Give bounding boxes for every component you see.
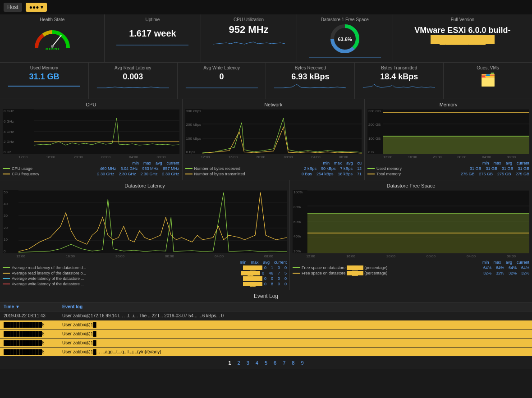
page-4-button[interactable]: 4 (254, 359, 260, 366)
avg-write-latency-title: Avg Write Latency (182, 65, 261, 70)
cpu-util-value: 952 MHz (206, 24, 292, 36)
ds-latency-title: Datastore Latency (3, 183, 287, 188)
memory-legend-row-1: Used memory 31 GB 31 GB 31 GB 31 GB (367, 166, 529, 171)
top-bar: Host ●●● ▾ (0, 0, 532, 14)
charts-row-1: CPU 8 GHz 6 GHz 4 GHz 2 GHz 0 Hz (0, 99, 532, 180)
full-version-card: Full Version VMware ESXi 6.0.0 build-███… (393, 14, 532, 62)
network-x-labels: 12:00 16:00 20:00 00:00 04:00 08:00 (185, 155, 362, 159)
memory-chart-area: 300 GB 200 GB 100 GB 0 B (367, 109, 529, 154)
cpu-usage-color (3, 168, 10, 169)
network-chart-title: Network (185, 102, 362, 107)
memory-x-labels: 12:00 16:00 20:00 00:00 04:00 08:00 (367, 155, 529, 159)
row2-stat-cards: Used Memory 31.1 GB Avg Read Latency 0.0… (0, 63, 532, 99)
ds-latency-svg (3, 190, 287, 253)
row1-stat-cards: Health State green Uptime 1.617 week (0, 14, 532, 63)
ds-freespace-legend-row-2: Free space on datastore ██ (percentage) … (293, 271, 529, 275)
version-redacted: ████████ (431, 35, 495, 44)
ds-latency-y-labels: 50 40 30 20 10 0 (4, 190, 8, 253)
net-recv-label: Number of bytes received (194, 166, 303, 171)
health-state-title: Health State (5, 17, 100, 22)
cpu-util-card: CPU Utilization 952 MHz (201, 14, 297, 62)
health-gauge-svg: green (32, 25, 73, 50)
memory-legend: min max avg current Used memory 31 GB 31… (367, 161, 529, 176)
page-3-button[interactable]: 3 (245, 359, 251, 366)
avg-write-latency-value: 0 (182, 72, 261, 82)
charts-row-2: Datastore Latency 50 40 30 20 10 0 (0, 180, 532, 290)
uptime-sparkline (109, 41, 196, 50)
cpu-freq-stats: 2.30 GHz 2.30 GHz 2.30 GHz 2.30 GHz (97, 172, 179, 176)
network-chart-panel: Network 300 kBps 200 kBps 100 kBps 0 Bps… (183, 99, 365, 180)
memory-legend-row-2: Total memory 275 GB 275 GB 275 GB 275 GB (367, 172, 529, 176)
avg-write-latency-sparkline (182, 83, 261, 89)
page-1-button[interactable]: 1 (226, 359, 233, 366)
memory-chart-title: Memory (367, 102, 529, 107)
ds-latency-legend-row-4: Average write latency of the datastore .… (3, 282, 287, 286)
datastore-sparkline (302, 55, 388, 59)
event-time-3: ████████████8 (0, 329, 59, 339)
event-log-header-row: Time ▼ Event log (0, 302, 532, 311)
cpu-usage-label: CPU usage (12, 166, 98, 171)
host-button[interactable]: Host (4, 3, 22, 12)
cpu-usage-stats: 460 MHz 6.04 GHz 953 MHz 857 MHz (100, 166, 179, 171)
page-7-button[interactable]: 7 (281, 359, 287, 366)
event-text-1: User zabbix@172.16.99.14 l... ...t...i..… (59, 311, 532, 320)
ds-freespace-title: Datastore Free Space (293, 183, 529, 188)
eventlog-column-header: Event log (59, 302, 532, 311)
used-memory-card: Used Memory 31.1 GB (0, 63, 89, 99)
bytes-transmitted-sparkline (359, 83, 439, 89)
avg-write-latency-card: Avg Write Latency 0 (178, 63, 266, 99)
ds-latency-legend: min max avg current Average read latency… (3, 260, 287, 286)
page-2-button[interactable]: 2 (236, 359, 242, 366)
svg-rect-34 (307, 233, 529, 253)
event-time-1: 2019-03-22 08:11:43 (0, 311, 59, 320)
cpu-freq-color (3, 174, 10, 174)
event-log-row-2: ████████████8 User zabbix@1█ (0, 320, 532, 329)
time-column-header[interactable]: Time ▼ (0, 302, 59, 311)
cpu-chart-area: 8 GHz 6 GHz 4 GHz 2 GHz 0 Hz (3, 109, 179, 154)
net-trans-label: Number of bytes transmitted (194, 172, 300, 176)
avg-read-latency-value: 0.003 (93, 72, 173, 82)
event-log-row-5: ████████████8 User zabbix@1█... ...agg..… (0, 348, 532, 357)
uptime-card: Uptime 1.617 week (105, 14, 201, 62)
bytes-received-card: Bytes Received 6.93 kBps (266, 63, 355, 99)
event-time-4: ████████████8 (0, 339, 59, 348)
avg-read-latency-card: Avg Read Latency 0.003 (89, 63, 178, 99)
event-log-section: Event Log Time ▼ Event log 2019-03-22 08… (0, 290, 532, 369)
pagination: 1 2 3 4 5 6 7 8 9 (0, 357, 532, 369)
memory-y-labels: 300 GB 200 GB 100 GB 0 B (368, 109, 381, 154)
health-state-card: Health State green (0, 14, 105, 62)
used-memory-value: 31.1 GB (5, 72, 84, 82)
page-6-button[interactable]: 6 (272, 359, 278, 366)
ds-latency-legend-row-1: Average read latency of the datastore d.… (3, 265, 287, 270)
svg-line-0 (52, 35, 61, 46)
network-legend: min max avg cu Number of bytes received … (185, 161, 362, 176)
bytes-transmitted-value: 18.4 kBps (359, 72, 439, 82)
page-5-button[interactable]: 5 (263, 359, 269, 366)
page-9-button[interactable]: 9 (299, 359, 305, 366)
ds-freespace-chart-area: 100% 80% 60% 40% 20% (293, 190, 529, 253)
event-time-2: ████████████8 (0, 320, 59, 329)
used-memory-title: Used Memory (5, 65, 84, 70)
event-text-5: User zabbix@1█... ...agg...t...g...l...j… (59, 348, 532, 357)
used-memory-sparkline (5, 83, 84, 89)
cpu-legend-row-1: CPU usage 460 MHz 6.04 GHz 953 MHz 857 M… (3, 166, 179, 171)
svg-rect-21 (383, 136, 529, 154)
event-log-title: Event Log (0, 290, 532, 302)
cpu-chart-svg (3, 109, 179, 154)
datastore-freespace-panel: Datastore Free Space 100% 80% 60% 40% 20… (290, 180, 532, 290)
event-log-row-4: ████████████8 User zabbix@1█ (0, 339, 532, 348)
network-y-labels: 300 kBps 200 kBps 100 kBps 0 Bps (186, 109, 201, 154)
cpu-chart-title: CPU (3, 102, 179, 107)
bytes-transmitted-card: Bytes Transmitted 18.4 kBps (355, 63, 444, 99)
full-version-title: Full Version (398, 17, 527, 22)
ds-latency-chart-area: 50 40 30 20 10 0 (3, 190, 287, 253)
ds-freespace-x-labels: 12:00 16:00 20:00 00:00 04:00 08:00 (293, 254, 529, 258)
bytes-transmitted-title: Bytes Transmitted (359, 65, 439, 70)
guest-vms-card: Guest VMs 🗂️ (444, 63, 532, 99)
event-log-table: Time ▼ Event log 2019-03-22 08:11:43 Use… (0, 302, 532, 357)
host-dropdown[interactable]: ●●● ▾ (26, 3, 47, 12)
vm-icon: 🗂️ (448, 72, 527, 87)
cpu-util-sparkline (206, 37, 292, 46)
datastore-latency-panel: Datastore Latency 50 40 30 20 10 0 (0, 180, 290, 290)
page-8-button[interactable]: 8 (290, 359, 296, 366)
